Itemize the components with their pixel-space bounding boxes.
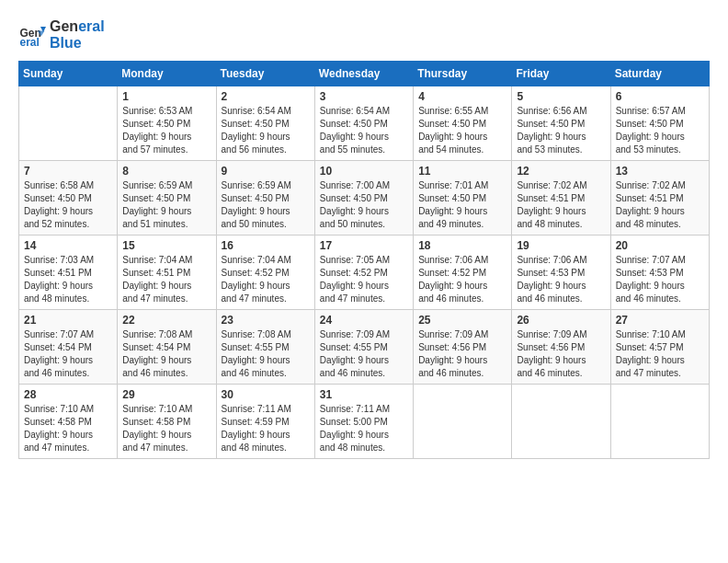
day-info: Sunrise: 7:07 AM Sunset: 4:53 PM Dayligh… [616, 254, 704, 305]
day-number: 21 [24, 314, 112, 327]
day-info: Sunrise: 7:09 AM Sunset: 4:56 PM Dayligh… [418, 328, 506, 380]
day-number: 4 [418, 90, 506, 103]
day-info: Sunrise: 7:07 AM Sunset: 4:54 PM Dayligh… [24, 328, 112, 380]
day-number: 23 [222, 314, 310, 327]
week-row-4: 21Sunrise: 7:07 AM Sunset: 4:54 PM Dayli… [19, 310, 710, 385]
logo-text: General [50, 18, 105, 35]
day-cell: 24Sunrise: 7:09 AM Sunset: 4:55 PM Dayli… [314, 310, 413, 385]
day-info: Sunrise: 7:04 AM Sunset: 4:52 PM Dayligh… [222, 254, 310, 305]
calendar-body: 1Sunrise: 6:53 AM Sunset: 4:50 PM Daylig… [19, 86, 710, 459]
logo-icon: Gen eral [18, 21, 46, 49]
logo: Gen eral General Blue [18, 18, 105, 52]
day-cell: 5Sunrise: 6:56 AM Sunset: 4:50 PM Daylig… [512, 86, 610, 161]
day-info: Sunrise: 7:08 AM Sunset: 4:55 PM Dayligh… [222, 328, 310, 380]
day-cell: 31Sunrise: 7:11 AM Sunset: 5:00 PM Dayli… [314, 385, 413, 459]
day-info: Sunrise: 6:54 AM Sunset: 4:50 PM Dayligh… [320, 105, 408, 156]
day-cell: 3Sunrise: 6:54 AM Sunset: 4:50 PM Daylig… [314, 86, 413, 161]
week-row-3: 14Sunrise: 7:03 AM Sunset: 4:51 PM Dayli… [19, 236, 710, 310]
day-cell: 7Sunrise: 6:58 AM Sunset: 4:50 PM Daylig… [19, 161, 118, 236]
day-info: Sunrise: 7:06 AM Sunset: 4:53 PM Dayligh… [517, 254, 605, 305]
day-info: Sunrise: 7:11 AM Sunset: 5:00 PM Dayligh… [320, 403, 408, 454]
day-cell [414, 385, 512, 459]
day-number: 16 [222, 239, 310, 252]
day-cell: 29Sunrise: 7:10 AM Sunset: 4:58 PM Dayli… [118, 385, 216, 459]
column-header-tuesday: Tuesday [216, 62, 314, 86]
day-number: 14 [24, 239, 112, 252]
column-header-sunday: Sunday [19, 62, 118, 86]
day-number: 15 [122, 239, 210, 252]
day-info: Sunrise: 6:58 AM Sunset: 4:50 PM Dayligh… [24, 179, 112, 231]
day-number: 19 [517, 239, 605, 252]
day-cell: 27Sunrise: 7:10 AM Sunset: 4:57 PM Dayli… [610, 310, 709, 385]
day-info: Sunrise: 6:57 AM Sunset: 4:50 PM Dayligh… [616, 105, 704, 156]
day-number: 18 [418, 239, 506, 252]
logo-text2: Blue [50, 35, 105, 52]
day-number: 31 [320, 388, 408, 401]
calendar-table: SundayMondayTuesdayWednesdayThursdayFrid… [18, 61, 710, 459]
column-header-thursday: Thursday [414, 62, 512, 86]
day-cell: 1Sunrise: 6:53 AM Sunset: 4:50 PM Daylig… [118, 86, 216, 161]
day-cell: 4Sunrise: 6:55 AM Sunset: 4:50 PM Daylig… [414, 86, 512, 161]
day-cell: 19Sunrise: 7:06 AM Sunset: 4:53 PM Dayli… [512, 236, 610, 310]
day-number: 7 [24, 165, 112, 178]
day-cell: 17Sunrise: 7:05 AM Sunset: 4:52 PM Dayli… [314, 236, 413, 310]
day-info: Sunrise: 7:04 AM Sunset: 4:51 PM Dayligh… [122, 254, 210, 305]
day-number: 22 [122, 314, 210, 327]
day-info: Sunrise: 7:02 AM Sunset: 4:51 PM Dayligh… [517, 179, 605, 231]
day-number: 28 [24, 388, 112, 401]
day-number: 17 [320, 239, 408, 252]
day-info: Sunrise: 6:56 AM Sunset: 4:50 PM Dayligh… [517, 105, 605, 156]
day-cell: 25Sunrise: 7:09 AM Sunset: 4:56 PM Dayli… [414, 310, 512, 385]
day-cell [512, 385, 610, 459]
day-cell: 13Sunrise: 7:02 AM Sunset: 4:51 PM Dayli… [610, 161, 709, 236]
day-info: Sunrise: 7:11 AM Sunset: 4:59 PM Dayligh… [222, 403, 310, 454]
day-cell: 18Sunrise: 7:06 AM Sunset: 4:52 PM Dayli… [414, 236, 512, 310]
day-info: Sunrise: 7:00 AM Sunset: 4:50 PM Dayligh… [320, 179, 408, 231]
day-cell: 28Sunrise: 7:10 AM Sunset: 4:58 PM Dayli… [19, 385, 118, 459]
calendar-header-row: SundayMondayTuesdayWednesdayThursdayFrid… [19, 62, 710, 86]
day-cell: 21Sunrise: 7:07 AM Sunset: 4:54 PM Dayli… [19, 310, 118, 385]
day-info: Sunrise: 6:59 AM Sunset: 4:50 PM Dayligh… [222, 179, 310, 231]
day-cell [19, 86, 118, 161]
day-number: 8 [122, 165, 210, 178]
day-number: 26 [517, 314, 605, 327]
day-info: Sunrise: 7:02 AM Sunset: 4:51 PM Dayligh… [616, 179, 704, 231]
day-info: Sunrise: 7:05 AM Sunset: 4:52 PM Dayligh… [320, 254, 408, 305]
day-number: 24 [320, 314, 408, 327]
day-cell: 9Sunrise: 6:59 AM Sunset: 4:50 PM Daylig… [216, 161, 314, 236]
day-cell: 8Sunrise: 6:59 AM Sunset: 4:50 PM Daylig… [118, 161, 216, 236]
day-cell: 12Sunrise: 7:02 AM Sunset: 4:51 PM Dayli… [512, 161, 610, 236]
day-number: 25 [418, 314, 506, 327]
column-header-wednesday: Wednesday [314, 62, 413, 86]
day-info: Sunrise: 7:06 AM Sunset: 4:52 PM Dayligh… [418, 254, 506, 305]
column-header-monday: Monday [118, 62, 216, 86]
day-cell: 6Sunrise: 6:57 AM Sunset: 4:50 PM Daylig… [610, 86, 709, 161]
day-cell [610, 385, 709, 459]
day-number: 3 [320, 90, 408, 103]
day-cell: 10Sunrise: 7:00 AM Sunset: 4:50 PM Dayli… [314, 161, 413, 236]
page-header: Gen eral General Blue [18, 18, 710, 52]
day-info: Sunrise: 7:10 AM Sunset: 4:58 PM Dayligh… [24, 403, 112, 454]
day-cell: 23Sunrise: 7:08 AM Sunset: 4:55 PM Dayli… [216, 310, 314, 385]
day-number: 10 [320, 165, 408, 178]
day-info: Sunrise: 6:53 AM Sunset: 4:50 PM Dayligh… [122, 105, 210, 156]
day-number: 2 [222, 90, 310, 103]
day-info: Sunrise: 7:09 AM Sunset: 4:56 PM Dayligh… [517, 328, 605, 380]
day-info: Sunrise: 7:10 AM Sunset: 4:58 PM Dayligh… [122, 403, 210, 454]
day-cell: 26Sunrise: 7:09 AM Sunset: 4:56 PM Dayli… [512, 310, 610, 385]
day-info: Sunrise: 7:08 AM Sunset: 4:54 PM Dayligh… [122, 328, 210, 380]
day-info: Sunrise: 7:03 AM Sunset: 4:51 PM Dayligh… [24, 254, 112, 305]
week-row-2: 7Sunrise: 6:58 AM Sunset: 4:50 PM Daylig… [19, 161, 710, 236]
day-cell: 20Sunrise: 7:07 AM Sunset: 4:53 PM Dayli… [610, 236, 709, 310]
day-cell: 15Sunrise: 7:04 AM Sunset: 4:51 PM Dayli… [118, 236, 216, 310]
day-number: 27 [616, 314, 704, 327]
day-info: Sunrise: 6:55 AM Sunset: 4:50 PM Dayligh… [418, 105, 506, 156]
week-row-1: 1Sunrise: 6:53 AM Sunset: 4:50 PM Daylig… [19, 86, 710, 161]
day-cell: 30Sunrise: 7:11 AM Sunset: 4:59 PM Dayli… [216, 385, 314, 459]
day-number: 1 [122, 90, 210, 103]
week-row-5: 28Sunrise: 7:10 AM Sunset: 4:58 PM Dayli… [19, 385, 710, 459]
day-number: 30 [222, 388, 310, 401]
day-cell: 11Sunrise: 7:01 AM Sunset: 4:50 PM Dayli… [414, 161, 512, 236]
day-cell: 2Sunrise: 6:54 AM Sunset: 4:50 PM Daylig… [216, 86, 314, 161]
day-info: Sunrise: 6:59 AM Sunset: 4:50 PM Dayligh… [122, 179, 210, 231]
